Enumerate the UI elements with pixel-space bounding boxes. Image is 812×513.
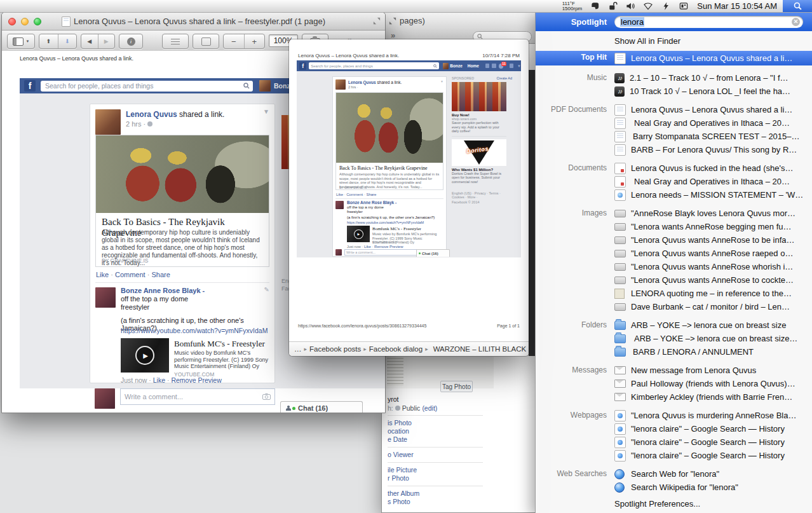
post-author-link[interactable]: Lenora Quvus [126, 110, 177, 119]
comment-composer[interactable]: Write a comment... [120, 388, 275, 405]
fullscreen-icon[interactable] [389, 17, 396, 25]
zoom-buttons[interactable]: − + [223, 34, 265, 49]
commenter-link[interactable]: Bonze Anne Rose Blayk - [121, 287, 205, 294]
next-page-icon[interactable]: ⬇ [58, 34, 77, 48]
zoom-out-icon[interactable]: − [224, 34, 244, 48]
text-tool-button[interactable] [162, 34, 189, 49]
sidebar-view-button[interactable]: ▼ [7, 34, 35, 49]
spotlight-result[interactable]: BARB – For Lenora Quvus/ This song by R… [614, 143, 812, 156]
avatar[interactable] [259, 80, 271, 92]
menu-item[interactable]: o Viewer [388, 451, 483, 459]
breadcrumb-item[interactable]: Facebook dialog [369, 345, 423, 353]
spotlight-result[interactable]: "lenora claire" – Google Search — Histor… [614, 435, 812, 449]
lock-unlocked-icon[interactable] [607, 1, 618, 11]
post-photo[interactable] [96, 135, 269, 213]
spotlight-result[interactable]: Kimberley Ackley (friends with Barrie Fr… [614, 390, 812, 404]
spotlight-result[interactable]: Lenora needs – MISSION STATEMENT – 'W… [614, 188, 812, 202]
toolbar-overflow-chevron[interactable]: » [391, 31, 395, 40]
spotlight-result[interactable]: "AnneRose Blayk loves Lenora Quvus mor… [614, 207, 812, 220]
spotlight-result[interactable]: Lenora Quvus is fucked in the head (she'… [614, 161, 812, 175]
avatar[interactable] [95, 287, 116, 308]
zoom-in-icon[interactable]: + [244, 34, 265, 48]
play-icon[interactable] [135, 346, 154, 365]
menu-item[interactable]: ile Picture [388, 466, 483, 474]
chevron-down-icon[interactable]: ▼ [263, 108, 269, 115]
evernote-icon[interactable] [589, 1, 600, 11]
spotlight-result[interactable]: ARB – YOKE –> lenora cue on breast size… [614, 332, 812, 345]
spotlight-result[interactable]: "lenora claire" – Google Search — Histor… [614, 449, 812, 462]
lightning-bolt-icon[interactable] [660, 1, 672, 11]
spotlight-result[interactable]: "Lenora Quvus wants AnneRose raeped o… [614, 247, 812, 260]
share-link[interactable]: Share [151, 271, 170, 278]
back-icon[interactable]: ◀ [81, 34, 98, 48]
breadcrumb-item[interactable]: WARZONE – LILITH BLACK [433, 345, 527, 353]
avatar[interactable] [95, 109, 121, 135]
spotlight-result[interactable]: "Lenora Quvus wants AnneRose to cockte… [614, 273, 812, 287]
facebook-logo[interactable]: f [24, 80, 36, 92]
previous-page-icon[interactable]: ⬆ [39, 34, 58, 48]
spotlight-result[interactable]: Barry Stompanata SCREEN TEST – 2015–… [614, 130, 812, 143]
spotlight-result[interactable]: Dave Burbank – cat / monitor / bird – Le… [614, 300, 812, 313]
audience-edit-link[interactable]: (edit) [422, 404, 437, 412]
spotlight-preferences[interactable]: Spotlight Preferences... [536, 497, 812, 510]
zoom-button[interactable] [34, 18, 41, 25]
inspector-button[interactable]: i [119, 34, 143, 49]
youtube-url-link[interactable]: https://www.youtube.com/watch?v=ymNFyxvI… [121, 327, 267, 334]
comment-link[interactable]: Comment [115, 271, 145, 278]
spotlight-result[interactable]: 10 Track 10 √ – Lenora LOL _I feel the h… [614, 85, 812, 98]
menu-item[interactable]: is Photo [388, 419, 483, 427]
spotlight-result[interactable]: Neal Gray and Operatives in Ithaca – 20… [614, 116, 812, 130]
breadcrumb-ellipsis[interactable]: … [294, 345, 302, 353]
spotlight-result[interactable]: Search Web for "lenora" [614, 467, 812, 481]
like-link[interactable]: Like [96, 271, 109, 278]
spotlight-result[interactable]: LENORA quoting me – in reference to the… [614, 287, 812, 300]
menu-clock[interactable]: Sun Mar 15 10:54 AM [697, 1, 777, 11]
select-tool-button[interactable] [193, 34, 219, 49]
page-nav-buttons[interactable]: ⬆ ⬇ [39, 34, 77, 49]
close-button[interactable] [8, 18, 16, 25]
spotlight-result[interactable]: 2.1 – 10 – Track 10 √ – from Lenora – "I… [614, 71, 812, 85]
minimize-button[interactable] [21, 18, 29, 25]
history-nav-buttons[interactable]: ◀ ▶ [81, 34, 115, 49]
video-thumbnail[interactable] [121, 338, 169, 373]
spotlight-result[interactable]: Paul Holloway (friends with Lenora Quvus… [614, 377, 812, 390]
spotlight-result[interactable]: "Lenora Quvus is murdering AnneRose Bla… [614, 409, 812, 422]
spotlight-result[interactable]: BARB / LENORA / ANNULMENT [614, 345, 812, 359]
show-all-in-finder[interactable]: Show All in Finder [536, 31, 812, 51]
menu-item[interactable]: ocation [388, 427, 483, 435]
spotlight-result[interactable]: "lenora claire" – Google Search — Histor… [614, 422, 812, 435]
spotlight-result[interactable]: Search Wikipedia for "lenora" [614, 481, 812, 494]
chat-bar[interactable]: Chat (16) [280, 401, 363, 413]
like-link[interactable]: Like [153, 376, 165, 384]
spotlight-result[interactable]: "Lenora Quvus wants AnneRose whorish i… [614, 260, 812, 273]
video-title[interactable]: Bomfunk MC's - Freestyler [174, 339, 269, 349]
spotlight-menu-icon[interactable] [783, 0, 812, 12]
fullscreen-icon[interactable] [373, 17, 381, 25]
edit-pencil-icon[interactable]: ✎ [264, 286, 269, 293]
post-timestamp[interactable]: 2 hrs · [126, 120, 145, 128]
title-bar[interactable]: Lenora Quvus – Lenora Quvus shared a lin… [2, 13, 385, 31]
pdf-preview-dialog[interactable]: Lenora Quvus – Lenora Quvus shared a lin… [289, 39, 529, 356]
breadcrumb-item[interactable]: Facebook posts [309, 345, 361, 353]
spotlight-result[interactable]: "Lenora wants AnneRose begging men fu… [614, 220, 812, 233]
forward-icon[interactable]: ▶ [98, 34, 115, 48]
spotlight-result[interactable]: Lenora Quvus – Lenora Quvus shared a li… [614, 103, 812, 116]
spotlight-result[interactable]: "Lenora Quvus wants AnneRose to be infa… [614, 233, 812, 247]
spotlight-search-field[interactable]: lenora ✕ [614, 16, 803, 28]
spotlight-result[interactable]: Neal Gray and Operatives in Ithaca – 20… [614, 175, 812, 188]
menu-item[interactable]: s Photo [388, 498, 483, 506]
volume-icon[interactable] [625, 1, 636, 11]
facebook-search-field[interactable]: Search for people, places and things [41, 81, 253, 92]
menu-item[interactable]: r Photo [388, 474, 483, 482]
spotlight-result[interactable]: New message from Lenora Quvus [614, 364, 812, 377]
menu-item[interactable]: e Date [388, 435, 483, 444]
menu-item[interactable]: ther Album [388, 489, 483, 498]
clear-icon[interactable]: ✕ [792, 18, 800, 26]
wifi-icon[interactable] [642, 1, 654, 11]
camera-icon[interactable] [262, 393, 271, 400]
link-attachment[interactable]: Back To Basics - The Reykjavik Grapevine… [95, 135, 269, 267]
window-manager-icon[interactable] [678, 1, 689, 11]
spotlight-result[interactable]: ARB – YOKE –> lenora cue on breast size [614, 318, 812, 332]
top-hit-result[interactable]: Top Hit Lenora Quvus – Lenora Quvus shar… [536, 51, 812, 65]
remove-preview-link[interactable]: Remove Preview [171, 376, 221, 384]
